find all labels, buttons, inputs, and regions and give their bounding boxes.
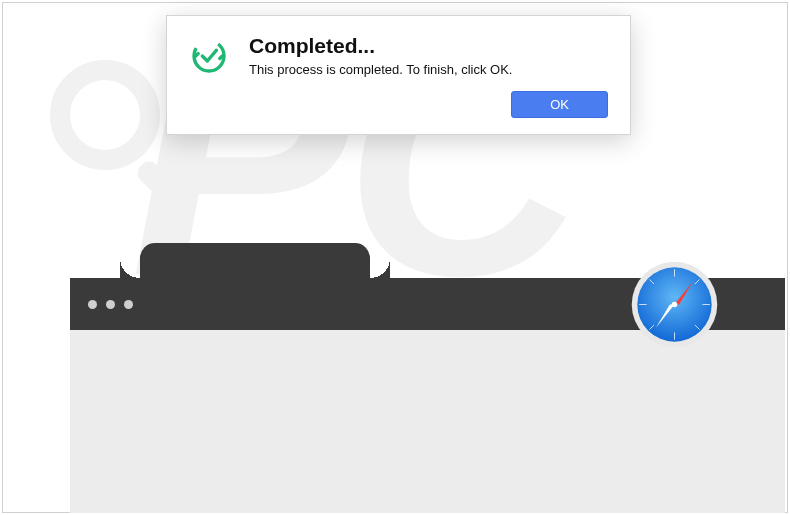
dialog-message: This process is completed. To finish, cl… [249,62,608,77]
completion-dialog: Completed... This process is completed. … [166,15,631,135]
completed-check-icon [189,36,229,76]
browser-content-area [70,330,785,513]
dialog-actions: OK [189,91,608,118]
dialog-title: Completed... [249,34,608,58]
traffic-light-close-icon[interactable] [88,300,97,309]
svg-point-12 [672,302,678,308]
browser-window [70,278,785,513]
browser-tab[interactable] [140,243,370,278]
ok-button[interactable]: OK [511,91,608,118]
traffic-light-zoom-icon[interactable] [124,300,133,309]
dialog-body: Completed... This process is completed. … [189,34,608,77]
traffic-light-minimize-icon[interactable] [106,300,115,309]
dialog-text: Completed... This process is completed. … [249,34,608,77]
safari-icon [628,258,721,351]
